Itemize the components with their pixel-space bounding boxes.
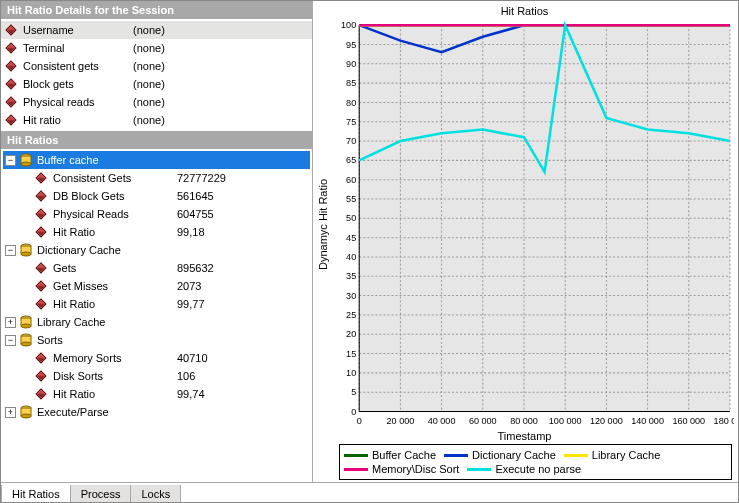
tree-value: 604755 <box>177 208 214 220</box>
detail-consistent-gets: Consistent gets (none) <box>1 57 312 75</box>
tree-dc-hit-ratio[interactable]: Hit Ratio99,77 <box>3 295 310 313</box>
svg-point-8 <box>21 324 31 328</box>
ratios-header: Hit Ratios <box>1 131 312 149</box>
svg-text:40 000: 40 000 <box>428 416 456 426</box>
barrel-icon <box>19 333 33 347</box>
detail-value: (none) <box>133 24 165 36</box>
tab-hit-ratios[interactable]: Hit Ratios <box>1 485 71 503</box>
legend-label: Library Cache <box>592 449 660 461</box>
chart-xlabel: Timestamp <box>315 430 734 444</box>
tree-label: Buffer cache <box>37 154 137 166</box>
detail-physical-reads: Physical reads (none) <box>1 93 312 111</box>
tab-locks[interactable]: Locks <box>130 485 181 503</box>
detail-value: (none) <box>133 42 165 54</box>
svg-text:20: 20 <box>346 329 356 339</box>
tree-bc-physical-reads[interactable]: Physical Reads604755 <box>3 205 310 223</box>
legend-buffer-cache: Buffer Cache <box>344 449 436 461</box>
svg-text:140 000: 140 000 <box>631 416 664 426</box>
svg-text:20 000: 20 000 <box>387 416 415 426</box>
left-panel: Hit Ratio Details for the Session Userna… <box>1 1 313 482</box>
svg-text:65: 65 <box>346 155 356 165</box>
tree-dictionary-cache[interactable]: − Dictionary Cache <box>3 241 310 259</box>
tree-bc-consistent-gets[interactable]: Consistent Gets72777229 <box>3 169 310 187</box>
tree-label: Get Misses <box>53 280 173 292</box>
legend-label: Execute no parse <box>495 463 581 475</box>
svg-text:80 000: 80 000 <box>510 416 538 426</box>
legend-label: Dictionary Cache <box>472 449 556 461</box>
detail-username: Username (none) <box>1 21 312 39</box>
tree-execute-parse[interactable]: + Execute/Parse <box>3 403 310 421</box>
tree-label: Hit Ratio <box>53 388 173 400</box>
tree-value: 99,74 <box>177 388 205 400</box>
diamond-icon <box>35 280 46 291</box>
tree-sorts-hit-ratio[interactable]: Hit Ratio99,74 <box>3 385 310 403</box>
chart-legend: Buffer Cache Dictionary Cache Library Ca… <box>339 444 732 480</box>
tree-buffer-cache[interactable]: − Buffer cache <box>3 151 310 169</box>
svg-text:5: 5 <box>351 387 356 397</box>
tree-label: Disk Sorts <box>53 370 173 382</box>
barrel-icon <box>19 243 33 257</box>
detail-label: Consistent gets <box>23 60 133 72</box>
svg-text:50: 50 <box>346 213 356 223</box>
tab-process[interactable]: Process <box>70 485 132 503</box>
svg-point-11 <box>21 342 31 346</box>
tree-sorts-memory[interactable]: Memory Sorts40710 <box>3 349 310 367</box>
svg-text:0: 0 <box>357 416 362 426</box>
svg-text:160 000: 160 000 <box>672 416 705 426</box>
tree-dc-gets[interactable]: Gets895632 <box>3 259 310 277</box>
svg-text:0: 0 <box>351 407 356 417</box>
diamond-icon <box>35 226 46 237</box>
svg-text:25: 25 <box>346 310 356 320</box>
tree-sorts[interactable]: − Sorts <box>3 331 310 349</box>
legend-label: Memory\Disc Sort <box>372 463 459 475</box>
tree-value: 72777229 <box>177 172 226 184</box>
tree-bc-hit-ratio[interactable]: Hit Ratio99,18 <box>3 223 310 241</box>
diamond-icon <box>35 352 46 363</box>
details-header: Hit Ratio Details for the Session <box>1 1 312 19</box>
diamond-icon <box>5 42 16 53</box>
detail-label: Username <box>23 24 133 36</box>
diamond-icon <box>5 60 16 71</box>
hit-ratios-tree[interactable]: − Buffer cache Consistent Gets72777229 D… <box>1 149 312 482</box>
chart-plot[interactable]: 0510152025303540455055606570758085909510… <box>331 19 734 430</box>
detail-value: (none) <box>133 78 165 90</box>
diamond-icon <box>35 208 46 219</box>
legend-execute-no-parse: Execute no parse <box>467 463 581 475</box>
svg-text:55: 55 <box>346 194 356 204</box>
legend-line-icon <box>344 454 368 457</box>
tree-bc-db-block-gets[interactable]: DB Block Gets561645 <box>3 187 310 205</box>
tree-label: Execute/Parse <box>37 406 137 418</box>
detail-label: Physical reads <box>23 96 133 108</box>
svg-text:60 000: 60 000 <box>469 416 497 426</box>
expand-icon[interactable]: + <box>5 317 16 328</box>
collapse-icon[interactable]: − <box>5 155 16 166</box>
tree-value: 99,18 <box>177 226 205 238</box>
diamond-icon <box>35 388 46 399</box>
collapse-icon[interactable]: − <box>5 245 16 256</box>
svg-text:75: 75 <box>346 117 356 127</box>
tree-library-cache[interactable]: + Library Cache <box>3 313 310 331</box>
tree-label: Dictionary Cache <box>37 244 137 256</box>
svg-text:180 000: 180 000 <box>714 416 734 426</box>
svg-text:35: 35 <box>346 271 356 281</box>
tree-label: Gets <box>53 262 173 274</box>
diamond-icon <box>35 262 46 273</box>
detail-value: (none) <box>133 114 165 126</box>
legend-line-icon <box>564 454 588 457</box>
legend-dictionary-cache: Dictionary Cache <box>444 449 556 461</box>
detail-value: (none) <box>133 96 165 108</box>
svg-point-2 <box>21 162 31 166</box>
tree-value: 895632 <box>177 262 214 274</box>
expand-icon[interactable]: + <box>5 407 16 418</box>
tree-dc-get-misses[interactable]: Get Misses2073 <box>3 277 310 295</box>
tree-label: Hit Ratio <box>53 226 173 238</box>
tree-label: Library Cache <box>37 316 137 328</box>
svg-text:45: 45 <box>346 233 356 243</box>
tree-sorts-disk[interactable]: Disk Sorts106 <box>3 367 310 385</box>
diamond-icon <box>35 370 46 381</box>
collapse-icon[interactable]: − <box>5 335 16 346</box>
detail-label: Block gets <box>23 78 133 90</box>
tree-value: 40710 <box>177 352 208 364</box>
svg-text:30: 30 <box>346 291 356 301</box>
legend-line-icon <box>467 468 491 471</box>
